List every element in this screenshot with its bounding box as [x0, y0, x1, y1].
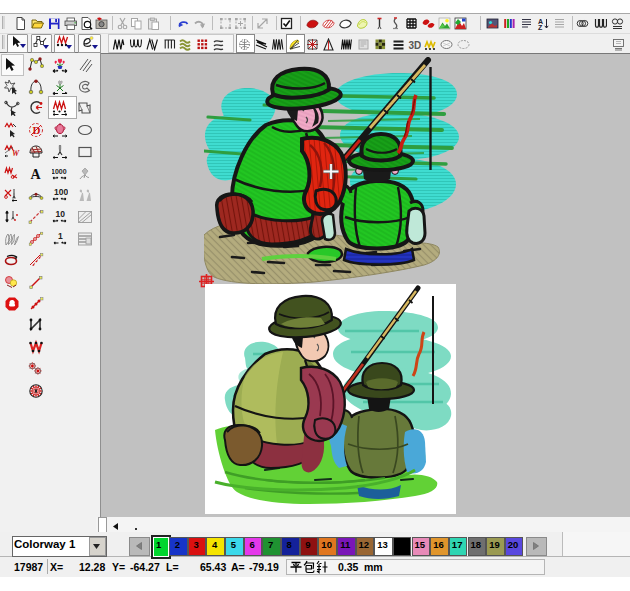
svg-text:100: 100 [54, 187, 68, 197]
svg-text:A: A [30, 167, 41, 182]
svg-text:10: 10 [55, 209, 65, 219]
svg-text:1: 1 [58, 231, 63, 241]
svg-text:Z: Z [538, 24, 543, 31]
svg-text:3D: 3D [408, 40, 421, 51]
svg-text:W: W [12, 149, 20, 158]
svg-text:1000: 1000 [52, 167, 67, 174]
